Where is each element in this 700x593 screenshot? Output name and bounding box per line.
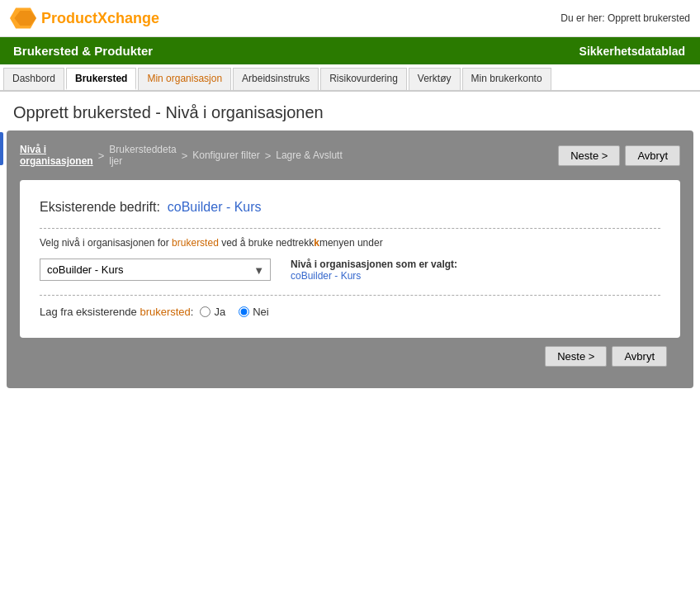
- existing-company-label: Eksisterende bedrift:: [40, 200, 160, 214]
- tab-min-organisasjon[interactable]: Min organisasjon: [138, 68, 231, 90]
- existing-brukersted-label: Lag fra eksisterende brukersted:: [40, 306, 193, 318]
- org-level-info-value: coBuilder - Kurs: [291, 270, 457, 282]
- radio-nei[interactable]: [239, 306, 249, 317]
- existing-company-name[interactable]: coBuilder - Kurs: [168, 200, 262, 214]
- org-level-select[interactable]: coBuilder - Kurs: [40, 259, 271, 281]
- logo-brand: Product: [41, 10, 97, 26]
- page-title: Opprett brukersted - Nivå i organisasjon…: [0, 92, 700, 130]
- logo-text: ProductXchange: [41, 10, 159, 27]
- wizard-bar: Nivå iorganisasjonen > Brukersteddetalje…: [20, 144, 680, 167]
- radio-nei-label[interactable]: Nei: [239, 306, 269, 318]
- wizard-next-button-bottom[interactable]: Neste >: [545, 346, 607, 367]
- radio-ja-text: Ja: [214, 306, 225, 318]
- divider-2: [40, 295, 660, 296]
- logo-accent: Xchange: [97, 10, 159, 26]
- org-level-select-wrap: coBuilder - Kurs ▼: [40, 259, 271, 281]
- wizard-step-1: Nivå iorganisasjonen: [20, 144, 93, 167]
- tab-min-brukerkonto[interactable]: Min brukerkonto: [462, 68, 551, 90]
- tab-verktoy[interactable]: Verktøy: [409, 68, 461, 90]
- tab-brukersted[interactable]: Brukersted: [66, 68, 136, 90]
- radio-group: Ja Nei: [200, 306, 268, 318]
- main-card: Eksisterende bedrift: coBuilder - Kurs V…: [20, 180, 680, 338]
- org-level-info: Nivå i organisasjonen som er valgt: coBu…: [291, 259, 457, 282]
- wizard-cancel-button-bottom[interactable]: Avbryt: [612, 346, 667, 367]
- wizard-step-4: Lagre & Avslutt: [276, 149, 343, 161]
- tab-risikovurdering[interactable]: Risikovurdering: [320, 68, 407, 90]
- divider-1: [40, 228, 660, 229]
- nav-bar: Brukersted & Produkter Sikkerhetsdatabla…: [0, 37, 700, 64]
- wizard-arrow-3: >: [265, 149, 272, 162]
- tab-arbeidsinstruks[interactable]: Arbeidsinstruks: [233, 68, 319, 90]
- breadcrumb-top: Du er her: Opprett brukersted: [560, 12, 690, 24]
- form-row: coBuilder - Kurs ▼ Nivå i organisasjonen…: [40, 259, 660, 282]
- wizard-cancel-button-top[interactable]: Avbryt: [625, 145, 680, 166]
- nav-title: Brukersted & Produkter: [0, 37, 166, 64]
- radio-ja[interactable]: [200, 306, 210, 317]
- wizard-arrow-2: >: [182, 149, 188, 162]
- instruction-text: Velg nivå i organisasjonen for brukerste…: [40, 237, 660, 249]
- wizard-step-2: Brukersteddetaljer: [109, 144, 176, 167]
- brukersted-orange: brukersted: [140, 306, 190, 318]
- wizard-buttons: Neste > Avbryt: [558, 145, 680, 166]
- wizard-steps: Nivå iorganisasjonen > Brukersteddetalje…: [20, 144, 343, 167]
- wizard-arrow-1: >: [98, 149, 105, 162]
- header: ProductXchange Du er her: Opprett bruker…: [0, 0, 700, 37]
- logo-icon: [10, 5, 36, 31]
- logo-area: ProductXchange: [10, 5, 159, 31]
- existing-company-line: Eksisterende bedrift: coBuilder - Kurs: [40, 200, 660, 215]
- wizard-step-3: Konfigurer filter: [192, 149, 259, 161]
- bottom-bar: Neste > Avbryt: [20, 338, 680, 375]
- wizard-next-button-top[interactable]: Neste >: [558, 145, 620, 166]
- tabs-bar: Dashbord Brukersted Min organisasjon Arb…: [0, 64, 700, 92]
- radio-ja-label[interactable]: Ja: [200, 306, 225, 318]
- radio-nei-text: Nei: [253, 306, 269, 318]
- sikkerhetsdatablad-button[interactable]: Sikkerhetsdatablad: [565, 38, 700, 64]
- tab-dashbord[interactable]: Dashbord: [3, 68, 64, 90]
- main-area: Nivå iorganisasjonen > Brukersteddetalje…: [7, 130, 693, 388]
- existing-brukersted-row: Lag fra eksisterende brukersted: Ja Nei: [40, 306, 660, 318]
- left-accent-bar: [0, 132, 3, 165]
- org-level-info-label: Nivå i organisasjonen som er valgt:: [291, 259, 457, 270]
